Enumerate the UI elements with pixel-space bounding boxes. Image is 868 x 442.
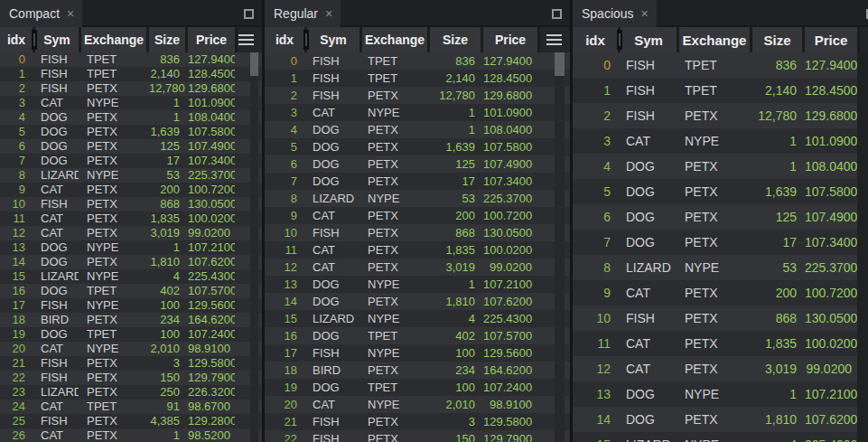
column-resize-handle[interactable] (303, 30, 309, 50)
table-row[interactable]: 8LIZARDNYPE53225.3700 (265, 190, 570, 207)
column-header-price[interactable]: Price (483, 27, 537, 52)
table-row[interactable]: 0FISHTPET836127.9400 (573, 52, 857, 78)
table-menu-button[interactable] (540, 27, 570, 52)
table-row[interactable]: 7DOGPETX17107.3400 (0, 154, 262, 168)
table-row[interactable]: 22FISHPETX150129.7900 (265, 430, 570, 442)
table-row[interactable]: 17FISHNYPE100129.5600 (265, 344, 570, 362)
table-row[interactable]: 14DOGPETX1,810107.6200 (265, 293, 570, 310)
table-row[interactable]: 10FISHPETX868130.0500 (573, 306, 857, 331)
table-row[interactable]: 19DOGTPET100107.2400 (265, 379, 570, 396)
tab-regular[interactable]: Regular × (265, 0, 341, 27)
table-row[interactable]: 5DOGPETX1,639107.5800 (0, 125, 262, 139)
maximize-icon[interactable] (244, 9, 254, 19)
table-row[interactable]: 26CATPETX198.5200 (0, 428, 262, 442)
column-header-sym[interactable]: Sym (621, 27, 677, 52)
table-row[interactable]: 4DOGPETX1108.0400 (265, 121, 570, 138)
table-row[interactable]: 15LIZARDNYPE4225.4300 (0, 269, 262, 284)
table-row[interactable]: 12CATPETX3,01999.0200 (0, 226, 262, 240)
table-row[interactable]: 13DOGNYPE1107.2100 (265, 276, 570, 293)
table-row[interactable]: 14DOGPETX1,810107.6200 (0, 255, 262, 269)
table-row[interactable]: 7DOGPETX17107.3400 (265, 173, 570, 190)
table-row[interactable]: 4DOGPETX1108.0400 (0, 110, 262, 125)
table-row[interactable]: 21FISHPETX3129.5800 (0, 356, 262, 371)
table-row[interactable]: 2FISHPETX12,780129.6800 (0, 81, 262, 96)
close-icon[interactable]: × (641, 6, 649, 21)
table-row[interactable]: 19DOGTPET100107.2400 (0, 327, 262, 342)
table-row[interactable]: 25FISHPETX4,385129.2800 (0, 414, 262, 428)
column-header-idx[interactable]: idx (265, 27, 304, 52)
scrollbar-thumb[interactable] (250, 52, 258, 76)
table-row[interactable]: 3CATNYPE1101.0900 (0, 96, 262, 110)
table-row[interactable]: 1FISHTPET2,140128.4500 (573, 78, 857, 103)
table-row[interactable]: 11CATPETX1,835100.0200 (0, 212, 262, 226)
table-row[interactable]: 4DOGPETX1108.0400 (573, 154, 857, 179)
close-icon[interactable]: × (325, 6, 332, 21)
table-row[interactable]: 20CATNYPE2,01098.9100 (0, 342, 262, 356)
column-header-exchange[interactable]: Exchange (362, 27, 427, 52)
column-header-sym[interactable]: Sym (35, 27, 79, 52)
table-row[interactable]: 21FISHPETX3129.5800 (265, 413, 570, 430)
table-row[interactable]: 6DOGPETX125107.4900 (265, 155, 570, 173)
column-header-exchange[interactable]: Exchange (679, 27, 750, 52)
tab-spacious[interactable]: Spacious × (573, 0, 657, 27)
column-header-idx[interactable]: idx (573, 27, 618, 52)
table-row[interactable]: 22FISHPETX150129.7900 (0, 371, 262, 385)
table-row[interactable]: 8LIZARDNYPE53225.3700 (0, 168, 262, 183)
table-row[interactable]: 17FISHNYPE100129.5600 (0, 298, 262, 313)
table-row[interactable]: 10FISHPETX868130.0500 (265, 224, 570, 241)
maximize-icon[interactable] (552, 9, 562, 19)
table-row[interactable]: 11CATPETX1,835100.0200 (265, 241, 570, 259)
table-row[interactable]: 24CATTPET9198.6700 (0, 400, 262, 414)
table-menu-button[interactable] (860, 27, 868, 52)
table-row[interactable]: 23LIZARDPETX250226.3200 (0, 385, 262, 400)
table-row[interactable]: 20CATNYPE2,01098.9100 (265, 396, 570, 413)
table-row[interactable]: 15LIZARDNYPE4225.4300 (573, 432, 857, 442)
column-header-price[interactable]: Price (188, 27, 235, 52)
table-row[interactable]: 6DOGPETX125107.4900 (573, 204, 857, 230)
table-row[interactable]: 2FISHPETX12,780129.6800 (573, 103, 857, 128)
table-row[interactable]: 3CATNYPE1101.0900 (573, 128, 857, 154)
table-row[interactable]: 13DOGNYPE1107.2100 (0, 240, 262, 255)
table-row[interactable]: 2FISHPETX12,780129.6800 (265, 87, 570, 104)
table-row[interactable]: 14DOGPETX1,810107.6200 (573, 407, 857, 432)
table-row[interactable]: 13DOGNYPE1107.2100 (573, 381, 857, 407)
table-row[interactable]: 3CATNYPE1101.0900 (265, 104, 570, 121)
table-row[interactable]: 1FISHTPET2,140128.4500 (0, 67, 262, 81)
table-row[interactable]: 16DOGTPET402107.5700 (265, 327, 570, 344)
scrollbar-thumb[interactable] (555, 52, 565, 76)
column-resize-handle[interactable] (617, 30, 622, 50)
table-row[interactable]: 12CATPETX3,01999.0200 (265, 259, 570, 276)
table-row[interactable]: 9CATPETX200100.7200 (0, 183, 262, 197)
column-header-size[interactable]: Size (752, 27, 802, 52)
table-row[interactable]: 9CATPETX200100.7200 (265, 207, 570, 224)
column-header-price[interactable]: Price (805, 27, 857, 52)
table-row[interactable]: 0FISHTPET836127.9400 (0, 52, 262, 67)
tab-compact[interactable]: Compact × (0, 0, 82, 27)
column-header-size[interactable]: Size (149, 27, 185, 52)
table-row[interactable]: 9CATPETX200100.7200 (573, 280, 857, 306)
table-row[interactable]: 8LIZARDNYPE53225.3700 (573, 255, 857, 280)
column-header-exchange[interactable]: Exchange (81, 27, 146, 52)
column-header-sym[interactable]: Sym (307, 27, 359, 52)
close-icon[interactable]: × (67, 6, 74, 21)
table-row[interactable]: 5DOGPETX1,639107.5800 (265, 138, 570, 155)
table-row[interactable]: 0FISHTPET836127.9400 (265, 52, 570, 70)
table-row[interactable]: 15LIZARDNYPE4225.4300 (265, 310, 570, 327)
table-row[interactable]: 6DOGPETX125107.4900 (0, 139, 262, 154)
table-row[interactable]: 1FISHTPET2,140128.4500 (265, 70, 570, 87)
vertical-scrollbar[interactable] (555, 52, 565, 442)
table-row[interactable]: 7DOGPETX17107.3400 (573, 230, 857, 255)
column-resize-handle[interactable] (32, 30, 37, 50)
table-menu-button[interactable] (238, 27, 262, 52)
column-header-size[interactable]: Size (430, 27, 481, 52)
cell-price: 107.4900 (483, 155, 537, 173)
table-row[interactable]: 11CATPETX1,835100.0200 (573, 331, 857, 356)
table-row[interactable]: 5DOGPETX1,639107.5800 (573, 179, 857, 204)
table-row[interactable]: 18BIRDPETX234164.6200 (0, 313, 262, 327)
table-row[interactable]: 10FISHPETX868130.0500 (0, 197, 262, 212)
column-header-idx[interactable]: idx (0, 27, 33, 52)
table-row[interactable]: 12CATPETX3,01999.0200 (573, 356, 857, 381)
vertical-scrollbar[interactable] (250, 52, 258, 442)
table-row[interactable]: 18BIRDPETX234164.6200 (265, 362, 570, 379)
table-row[interactable]: 16DOGTPET402107.5700 (0, 284, 262, 298)
